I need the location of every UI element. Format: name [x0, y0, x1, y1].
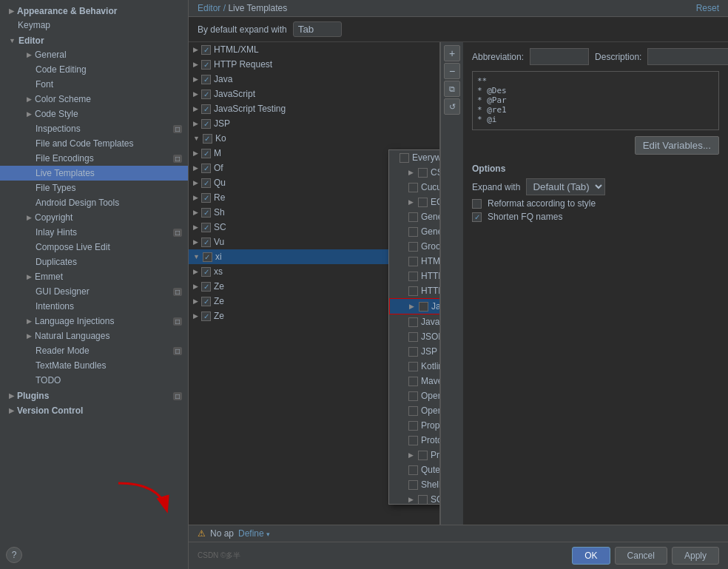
dd-item-http-client-env[interactable]: HTTP Client environment file	[389, 269, 440, 283]
dd-item-proto-text[interactable]: Protocol buffer text	[389, 433, 440, 448]
group-checkbox[interactable]	[201, 90, 211, 99]
sidebar-item-plugins[interactable]: Plugins □	[0, 388, 188, 403]
group-checkbox[interactable]	[201, 223, 211, 232]
template-group-htmlxml[interactable]: HTML/XML	[189, 42, 439, 57]
sidebar-item-intentions[interactable]: Intentions	[0, 299, 188, 314]
sidebar-item-inlay-hints[interactable]: Inlay Hints □	[0, 225, 188, 240]
dd-item-js-ts[interactable]: JavaScript and TypeScript	[389, 314, 440, 329]
dd-checkbox[interactable]	[408, 332, 418, 342]
sidebar-item-color-scheme[interactable]: Color Scheme	[0, 92, 188, 107]
template-group-ko[interactable]: Ko	[189, 131, 439, 146]
apply-button[interactable]: Apply	[672, 547, 719, 565]
reformat-checkbox[interactable]	[472, 199, 482, 209]
sidebar-item-code-editing[interactable]: Code Editing	[0, 62, 188, 77]
dd-item-http-request[interactable]: HTTP Request	[389, 283, 440, 298]
group-checkbox[interactable]	[201, 193, 211, 203]
sidebar-item-duplicates[interactable]: Duplicates	[0, 255, 188, 269]
dd-checkbox[interactable]	[408, 421, 418, 431]
group-checkbox[interactable]	[201, 178, 211, 188]
group-checkbox[interactable]	[201, 164, 211, 173]
dd-checkbox[interactable]	[400, 153, 409, 163]
define-link[interactable]: Define ▾	[238, 528, 270, 539]
dd-item-maven[interactable]: Maven	[389, 374, 440, 388]
sidebar-item-todo[interactable]: TODO	[0, 373, 188, 388]
sidebar-item-font[interactable]: Font	[0, 77, 188, 92]
dd-checkbox[interactable]	[418, 198, 428, 207]
sidebar-item-version-control[interactable]: Version Control	[0, 403, 188, 417]
group-checkbox[interactable]	[201, 75, 211, 84]
dd-checkbox[interactable]	[408, 377, 418, 386]
group-checkbox[interactable]	[201, 297, 211, 306]
dd-checkbox[interactable]	[408, 227, 418, 237]
edit-variables-button[interactable]: Edit Variables...	[635, 136, 719, 155]
sidebar-item-file-encodings[interactable]: File Encodings □	[0, 151, 188, 166]
dd-checkbox[interactable]	[408, 347, 418, 357]
add-button[interactable]: +	[444, 45, 460, 61]
help-icon[interactable]: ?	[6, 547, 22, 563]
group-checkbox[interactable]	[201, 60, 211, 70]
group-checkbox[interactable]	[201, 104, 211, 114]
group-checkbox[interactable]	[201, 45, 211, 55]
sidebar-item-keymap[interactable]: Keymap	[0, 18, 188, 33]
sidebar-item-language-injections[interactable]: Language Injections □	[0, 314, 188, 329]
dd-checkbox[interactable]	[408, 242, 418, 252]
dd-item-kotlin[interactable]: Kotlin	[389, 359, 440, 374]
dd-item-java[interactable]: Java	[389, 298, 440, 314]
group-checkbox[interactable]	[201, 238, 211, 247]
sidebar-item-natural-languages[interactable]: Natural Languages	[0, 329, 188, 343]
dd-checkbox[interactable]	[408, 272, 418, 281]
sidebar-item-android-design-tools[interactable]: Android Design Tools	[0, 195, 188, 210]
dd-checkbox[interactable]	[408, 212, 418, 222]
group-checkbox[interactable]	[201, 119, 211, 129]
group-checkbox[interactable]	[201, 208, 211, 218]
expand-with-select[interactable]: Default (Tab) Tab Enter Space	[526, 178, 605, 195]
template-group-http-request[interactable]: HTTP Request	[189, 57, 439, 72]
ok-button[interactable]: OK	[572, 547, 610, 565]
sidebar-item-emmet[interactable]: Emmet	[0, 269, 188, 284]
sidebar-item-compose-live-edit[interactable]: Compose Live Edit	[0, 240, 188, 255]
dd-checkbox[interactable]	[408, 286, 418, 296]
sidebar-item-reader-mode[interactable]: Reader Mode □	[0, 343, 188, 358]
dd-checkbox[interactable]	[408, 436, 418, 445]
reset-link[interactable]: Reset	[696, 3, 719, 13]
template-group-js-testing[interactable]: JavaScript Testing	[189, 101, 439, 116]
sidebar-item-gui-designer[interactable]: GUI Designer □	[0, 284, 188, 299]
template-group-javascript[interactable]: JavaScript	[189, 87, 439, 101]
dd-item-shell[interactable]: Shell script	[389, 477, 440, 492]
sidebar-item-copyright[interactable]: Copyright	[0, 210, 188, 225]
dd-item-ecma6[interactable]: ECMAScript 6 or higher	[389, 195, 440, 209]
dd-item-yaml-file[interactable]: General .yaml file	[389, 224, 440, 239]
sidebar-item-code-style[interactable]: Code Style	[0, 107, 188, 121]
group-checkbox[interactable]	[201, 312, 211, 321]
group-checkbox[interactable]	[201, 149, 211, 158]
dd-item-properties[interactable]: Properties files	[389, 418, 440, 433]
dd-checkbox[interactable]	[418, 168, 428, 178]
group-checkbox[interactable]	[201, 282, 211, 292]
help-button[interactable]: ?	[6, 547, 22, 563]
sidebar-item-live-templates[interactable]: Live Templates	[0, 166, 188, 181]
dd-item-groovy[interactable]: Groovy	[389, 239, 440, 254]
expand-select[interactable]: Tab Enter Space	[293, 21, 342, 37]
dd-checkbox[interactable]	[408, 362, 418, 371]
dd-checkbox[interactable]	[408, 480, 418, 490]
sidebar-item-file-types[interactable]: File Types	[0, 181, 188, 195]
dd-checkbox[interactable]	[418, 451, 428, 460]
dd-item-css[interactable]: CSS	[389, 165, 440, 180]
sidebar-item-editor[interactable]: Editor	[0, 33, 188, 47]
dd-checkbox[interactable]	[408, 391, 418, 401]
sidebar-item-inspections[interactable]: Inspections □	[0, 121, 188, 136]
cancel-button[interactable]: Cancel	[615, 547, 667, 565]
sidebar-item-general[interactable]: General	[0, 47, 188, 62]
dd-checkbox[interactable]	[408, 183, 418, 192]
group-checkbox[interactable]	[203, 252, 212, 262]
dd-item-html[interactable]: HTML	[389, 254, 440, 269]
restore-button[interactable]: ↺	[444, 98, 460, 115]
sidebar-item-file-code-templates[interactable]: File and Code Templates	[0, 136, 188, 151]
dd-item-everywhere[interactable]: Everywhere	[389, 150, 440, 165]
dd-checkbox[interactable]	[418, 495, 428, 505]
dd-item-openapi-json[interactable]: OpenAPI/Swagger [.json]	[389, 388, 440, 403]
template-group-java[interactable]: Java	[189, 72, 439, 87]
dd-checkbox[interactable]	[408, 317, 418, 327]
template-group-jsp[interactable]: JSP	[189, 116, 439, 131]
sidebar-item-appearance[interactable]: Appearance & Behavior	[0, 3, 188, 18]
